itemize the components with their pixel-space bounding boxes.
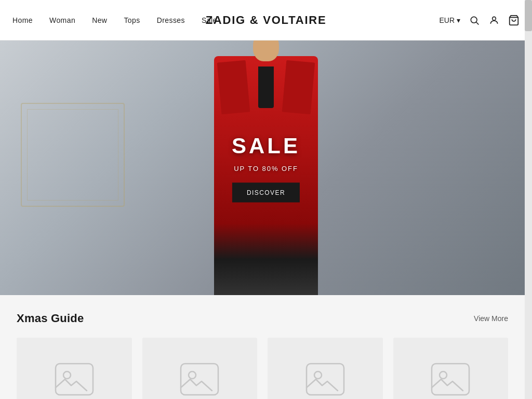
hero-subtitle: UP TO 80% OFF xyxy=(232,165,300,172)
brand-logo[interactable]: ZADIG & VOLTAIRE xyxy=(206,14,327,27)
product-grid xyxy=(17,338,508,399)
svg-line-1 xyxy=(476,22,479,24)
hero-sale-title: SALE xyxy=(232,134,300,158)
xmas-section: Xmas Guide View More xyxy=(0,295,525,399)
discover-button[interactable]: DISCOVER xyxy=(232,183,300,203)
svg-point-2 xyxy=(493,17,496,20)
svg-point-5 xyxy=(63,371,71,379)
svg-point-9 xyxy=(314,371,322,379)
account-button[interactable] xyxy=(488,15,500,26)
product-image-placeholder-2 xyxy=(179,362,220,397)
navbar: Home Woman New Tops Dresses Sale ZADIG &… xyxy=(0,0,532,41)
svg-rect-4 xyxy=(56,364,93,395)
cart-button[interactable] xyxy=(508,15,520,26)
cart-icon xyxy=(508,15,520,26)
door-ornament-inner xyxy=(27,109,118,201)
figure-lapel-left xyxy=(217,60,250,114)
nav-actions: EUR ▾ xyxy=(439,15,520,26)
search-icon xyxy=(469,15,480,25)
svg-rect-8 xyxy=(307,364,344,395)
product-image-placeholder-1 xyxy=(54,362,95,397)
svg-point-0 xyxy=(471,17,477,23)
hero-section: SALE UP TO 80% OFF DISCOVER xyxy=(0,41,532,295)
image-placeholder-icon-2 xyxy=(179,362,220,397)
door-ornament xyxy=(21,103,125,207)
product-card-4[interactable] xyxy=(393,338,509,399)
nav-home[interactable]: Home xyxy=(12,16,33,24)
product-card-1[interactable] xyxy=(17,338,132,399)
nav-dresses[interactable]: Dresses xyxy=(157,16,185,24)
user-icon xyxy=(489,15,499,25)
image-placeholder-icon-3 xyxy=(304,362,346,397)
figure-shirt xyxy=(258,66,274,108)
nav-new[interactable]: New xyxy=(92,16,107,24)
currency-chevron-icon: ▾ xyxy=(457,16,460,24)
image-placeholder-icon-1 xyxy=(54,362,95,397)
product-image-placeholder-4 xyxy=(430,362,471,397)
hero-overlay: SALE UP TO 80% OFF DISCOVER xyxy=(232,134,300,203)
figure-lapel-right xyxy=(282,60,315,114)
scrollbar-thumb[interactable] xyxy=(525,0,532,31)
scrollbar[interactable] xyxy=(525,0,532,399)
svg-point-7 xyxy=(189,371,196,379)
svg-rect-6 xyxy=(181,364,218,395)
search-button[interactable] xyxy=(469,15,480,26)
nav-tops[interactable]: Tops xyxy=(124,16,140,24)
currency-label: EUR xyxy=(439,16,455,24)
view-more-link[interactable]: View More xyxy=(474,314,508,323)
svg-rect-10 xyxy=(432,364,469,395)
nav-links: Home Woman New Tops Dresses Sale xyxy=(12,16,217,24)
xmas-title: Xmas Guide xyxy=(17,312,84,325)
nav-woman[interactable]: Woman xyxy=(49,16,75,24)
xmas-header: Xmas Guide View More xyxy=(17,312,508,325)
currency-selector[interactable]: EUR ▾ xyxy=(439,16,460,24)
product-card-2[interactable] xyxy=(142,338,258,399)
product-image-placeholder-3 xyxy=(304,362,346,397)
product-card-3[interactable] xyxy=(268,338,383,399)
image-placeholder-icon-4 xyxy=(430,362,471,397)
svg-point-11 xyxy=(440,371,447,379)
figure-head xyxy=(253,41,279,61)
